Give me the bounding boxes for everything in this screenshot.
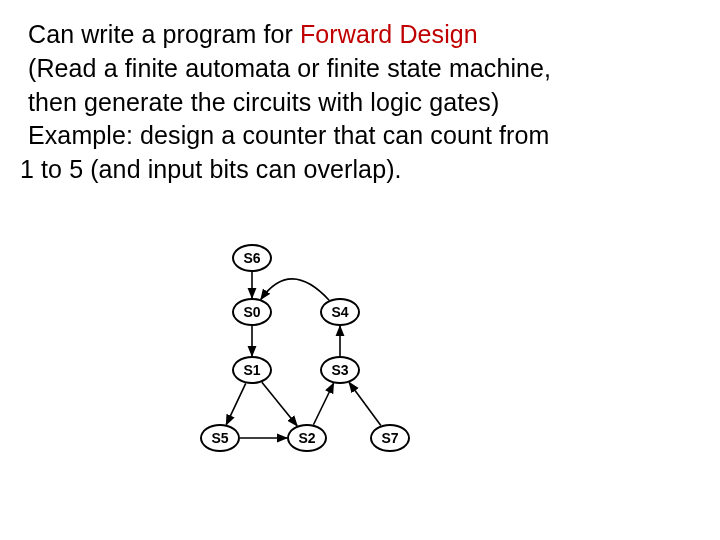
line-2: (Read a finite automata or finite state … (28, 52, 692, 86)
edge-s1-s2 (262, 382, 297, 426)
body-text: Can write a program for Forward Design (… (28, 18, 692, 187)
edge-s2-s3 (313, 383, 333, 424)
state-diagram: S6S0S4S1S3S5S2S7 (180, 238, 450, 518)
edge-s1-s5 (226, 383, 245, 424)
line-1-plain: Can write a program for (28, 20, 300, 48)
line-3: then generate the circuits with logic ga… (28, 86, 692, 120)
state-node-s6: S6 (232, 244, 272, 272)
state-node-s4: S4 (320, 298, 360, 326)
edge-s7-s3 (349, 382, 381, 425)
state-node-s1: S1 (232, 356, 272, 384)
forward-design-emphasis: Forward Design (300, 20, 478, 48)
state-node-s3: S3 (320, 356, 360, 384)
state-node-s2: S2 (287, 424, 327, 452)
state-node-s0: S0 (232, 298, 272, 326)
diagram-edges (180, 238, 450, 518)
state-node-s5: S5 (200, 424, 240, 452)
line-5: 1 to 5 (and input bits can overlap). (20, 153, 692, 187)
slide: Can write a program for Forward Design (… (0, 0, 720, 540)
line-4: Example: design a counter that can count… (28, 119, 692, 153)
line-1: Can write a program for Forward Design (28, 18, 692, 52)
edge-s4-s0 (261, 279, 329, 300)
state-node-s7: S7 (370, 424, 410, 452)
